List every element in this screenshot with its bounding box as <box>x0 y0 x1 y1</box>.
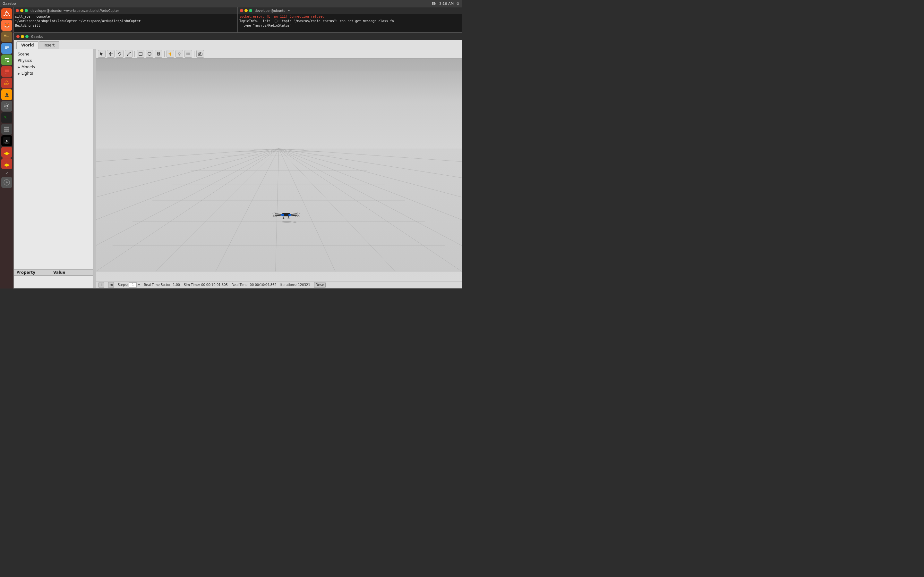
app-grid-icon[interactable] <box>1 124 12 135</box>
terminal-window-1: developer@ubuntu: ~/workspace/ardupilot/… <box>13 7 238 33</box>
terminal-2-close-btn[interactable] <box>240 9 243 12</box>
svg-point-76 <box>200 53 201 55</box>
terminal-1-max-btn[interactable] <box>25 9 28 12</box>
sun-light-btn[interactable] <box>166 50 174 58</box>
tree-item-models[interactable]: ▶ Models <box>15 64 91 70</box>
tab-world[interactable]: World <box>16 41 39 49</box>
cylinder-tool-btn[interactable] <box>155 50 162 58</box>
layers2-icon[interactable] <box>1 158 12 169</box>
bag-icon[interactable]: ROS <box>1 77 12 89</box>
settings-icon[interactable] <box>1 101 12 111</box>
calc-icon[interactable] <box>1 55 12 65</box>
taskbar-expand-icon[interactable]: < <box>5 170 8 176</box>
camera-btn[interactable] <box>196 50 204 58</box>
svg-rect-35 <box>4 131 6 132</box>
property-panel: Property Value <box>14 269 93 288</box>
iterations-item: Iterations: 120321 <box>280 283 310 287</box>
time-display: 3:16 AM <box>439 2 454 6</box>
translate-tool-btn[interactable] <box>107 50 115 58</box>
svg-marker-44 <box>4 163 10 167</box>
svg-rect-37 <box>8 131 9 132</box>
steps-item: Steps: ▼ <box>118 282 140 287</box>
grid-floor-svg <box>96 71 462 271</box>
terminal-2-max-btn[interactable] <box>249 9 252 12</box>
xterm-icon[interactable]: X TERM <box>1 135 12 146</box>
property-header: Property Value <box>14 269 93 276</box>
step-btn[interactable]: ⏭ <box>108 282 114 288</box>
svg-rect-32 <box>4 129 6 130</box>
terminal-2-title: developer@ubuntu: ~ <box>255 9 290 13</box>
real-time-value: 00 00:10:04.862 <box>250 283 276 287</box>
real-time-item: Real Time: 00 00:10:04.862 <box>232 283 276 287</box>
gazebo-close-btn[interactable] <box>16 35 19 38</box>
pause-btn[interactable]: ⏸ <box>99 282 104 288</box>
steps-dropdown-icon[interactable]: ▼ <box>138 284 140 286</box>
svg-point-46 <box>6 181 8 183</box>
settings-icon[interactable]: ⚙ <box>456 2 459 6</box>
terminal-2-min-btn[interactable] <box>244 9 248 12</box>
amazon-icon[interactable]: a <box>1 89 12 100</box>
svg-point-26 <box>5 104 9 108</box>
svg-marker-42 <box>4 152 10 155</box>
tab-insert[interactable]: Insert <box>39 41 59 49</box>
gazebo-max-btn[interactable] <box>25 35 29 38</box>
impress-icon[interactable] <box>1 66 12 77</box>
steps-input[interactable] <box>129 282 137 287</box>
system-bar: Gazebo EN 3:16 AM ⚙ <box>0 0 462 7</box>
select-tool-btn[interactable] <box>98 50 105 58</box>
panel-resize-handle[interactable]: ⋮ <box>94 49 96 288</box>
rtf-value: 1.00 <box>173 283 180 287</box>
terminal-icon[interactable]: $_ <box>1 112 12 123</box>
svg-rect-29 <box>4 127 6 128</box>
reset-btn[interactable]: Rese <box>314 282 326 288</box>
point-light-btn[interactable] <box>176 50 183 58</box>
svg-point-121 <box>282 221 292 223</box>
svg-point-122 <box>293 221 296 223</box>
svg-rect-116 <box>288 214 291 216</box>
toolbar-sep-3 <box>194 51 194 57</box>
sphere-tool-btn[interactable] <box>145 50 153 58</box>
system-bar-right: EN 3:16 AM ⚙ <box>432 2 459 6</box>
svg-point-3 <box>9 15 10 16</box>
tree-item-lights[interactable]: ▶ Lights <box>15 70 91 77</box>
main-layout: 🦊 <box>0 7 462 288</box>
ubuntu-logo-icon[interactable] <box>1 8 12 19</box>
reset-label: Rese <box>316 283 324 287</box>
firefox-icon[interactable]: 🦊 <box>1 20 12 31</box>
terminal-2-content: socket.error: [Errno 111] Connection ref… <box>238 14 462 29</box>
disc-icon[interactable] <box>1 177 12 188</box>
tree-item-scene[interactable]: Scene <box>15 51 91 57</box>
app-title-label: Gazebo <box>3 2 16 6</box>
scene-3d[interactable] <box>96 59 462 281</box>
svg-rect-9 <box>5 47 9 47</box>
layers1-icon[interactable] <box>1 147 12 158</box>
terminal-1-min-btn[interactable] <box>20 9 23 12</box>
gazebo-min-btn[interactable] <box>21 35 24 38</box>
svg-point-2 <box>6 11 7 12</box>
svg-text:ROS: ROS <box>4 83 9 85</box>
gazebo-window: Gazebo World Insert Scene <box>13 33 462 288</box>
box-tool-btn[interactable] <box>137 50 144 58</box>
svg-rect-36 <box>6 131 8 132</box>
svg-rect-17 <box>7 61 9 62</box>
svg-marker-49 <box>110 52 111 53</box>
viewport: ⏸ ⏭ Steps: ▼ Real Time Factor: 1.00 <box>96 49 462 288</box>
terminal-window-2: developer@ubuntu: ~ socket.error: [Errno… <box>238 7 462 33</box>
terminal-2-line-2: TopicInfo.__init__(): topic "/mavros/rad… <box>239 19 460 23</box>
files-icon[interactable] <box>1 31 12 42</box>
svg-rect-13 <box>5 58 9 59</box>
svg-rect-77 <box>96 71 462 149</box>
tree-item-physics[interactable]: Physics <box>15 57 91 64</box>
svg-rect-19 <box>5 69 9 72</box>
rotate-tool-btn[interactable] <box>116 50 124 58</box>
svg-rect-11 <box>5 48 7 49</box>
scale-tool-btn[interactable] <box>125 50 132 58</box>
svg-rect-34 <box>8 129 9 130</box>
terminal-1-close-btn[interactable] <box>16 9 19 12</box>
svg-marker-50 <box>110 55 111 56</box>
physics-label: Physics <box>18 58 32 63</box>
writer-icon[interactable] <box>1 43 12 54</box>
lights-label: Lights <box>21 71 33 76</box>
svg-rect-6 <box>4 35 6 36</box>
directional-light-btn[interactable] <box>184 50 192 58</box>
